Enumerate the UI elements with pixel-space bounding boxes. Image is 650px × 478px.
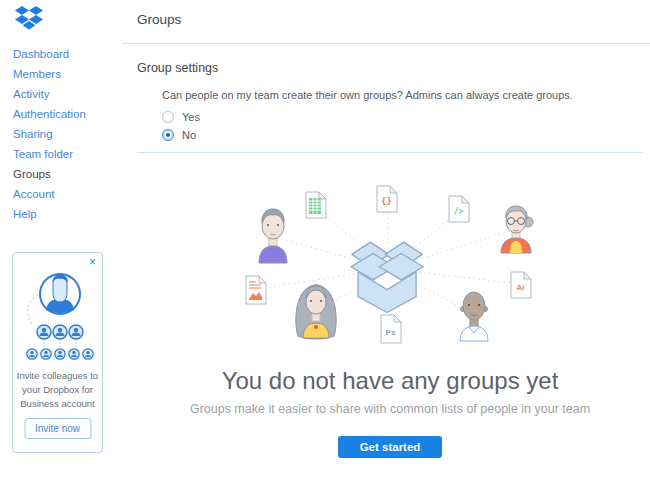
doc-code-braces-icon: {} [377, 186, 397, 212]
invite-org-illustration [16, 269, 101, 365]
sidebar-item-sharing[interactable]: Sharing [13, 124, 123, 144]
sidebar-item-groups[interactable]: Groups [13, 164, 123, 184]
sidebar-item-team-folder[interactable]: Team folder [13, 144, 123, 164]
groups-illustration: {} /> Ps Ai [233, 181, 553, 353]
invite-now-button[interactable]: Invite now [24, 418, 91, 439]
radio-yes-circle[interactable] [162, 111, 174, 123]
avatar-man-purple [259, 209, 287, 263]
dropbox-box-icon [351, 242, 423, 312]
radio-yes-label: Yes [182, 111, 200, 123]
settings-divider [137, 152, 643, 153]
sidebar-item-dashboard[interactable]: Dashboard [13, 44, 123, 64]
invite-text-line: Invite colleagues to [13, 369, 102, 383]
doc-image-icon [246, 276, 266, 304]
doc-spreadsheet-icon [306, 192, 326, 218]
invite-text-line: Business account [13, 397, 102, 411]
empty-state-title: You do not have any groups yet [130, 367, 650, 395]
avatar-woman-glasses [501, 206, 533, 253]
get-started-button[interactable]: Get started [338, 436, 442, 458]
dropbox-logo-icon[interactable] [14, 6, 44, 32]
svg-text:{}: {} [381, 196, 392, 206]
radio-yes[interactable]: Yes [162, 108, 200, 125]
radio-no-circle[interactable] [162, 129, 174, 141]
sidebar-item-activity[interactable]: Activity [13, 84, 123, 104]
doc-illustrator-icon: Ai [511, 272, 531, 298]
svg-text:/>: /> [454, 207, 464, 216]
svg-text:Ps: Ps [386, 328, 396, 337]
invite-card: × [12, 252, 103, 453]
sidebar-nav: Dashboard Members Activity Authenticatio… [13, 44, 123, 224]
group-settings-question: Can people on my team create their own g… [162, 89, 573, 101]
invite-card-text: Invite colleagues to your Dropbox for Bu… [13, 369, 102, 411]
empty-state-subtitle: Groups make it easier to share with comm… [130, 402, 650, 416]
invite-text-line: your Dropbox for [13, 383, 102, 397]
doc-photoshop-icon: Ps [381, 315, 401, 343]
group-settings-title: Group settings [137, 61, 218, 75]
doc-code-tag-icon: /> [449, 196, 469, 222]
radio-no-label: No [182, 129, 196, 141]
svg-text:Ai: Ai [517, 283, 525, 292]
avatar-man-bald [460, 292, 488, 341]
avatar-woman-yellow [296, 285, 336, 339]
sidebar-item-account[interactable]: Account [13, 184, 123, 204]
radio-no[interactable]: No [162, 126, 196, 143]
sidebar-item-help[interactable]: Help [13, 204, 123, 224]
close-icon[interactable]: × [89, 256, 96, 268]
sidebar-item-authentication[interactable]: Authentication [13, 104, 123, 124]
sidebar-item-members[interactable]: Members [13, 64, 123, 84]
header-divider [122, 43, 650, 44]
page-title: Groups [137, 12, 181, 27]
